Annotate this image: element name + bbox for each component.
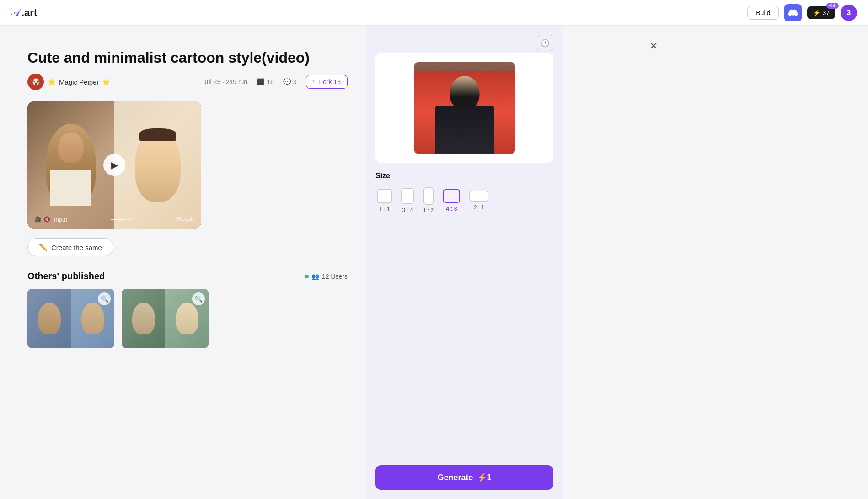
meta-right: Jul 23 · 249 run ⬛ 16 💬 3 ⑂ Fork 13 <box>204 75 348 89</box>
author-info: 🐶 ⭐ Magic Peipei ⭐ <box>27 74 110 90</box>
upload-area[interactable] <box>375 53 553 163</box>
size-box-1-2 <box>423 187 434 205</box>
users-icon: 👥 <box>311 273 319 280</box>
fork-button[interactable]: ⑂ Fork 13 <box>306 75 348 89</box>
preview-labels: 🎥 🔇 Input ——→ Result <box>27 215 201 223</box>
size-option-3-4[interactable]: 3 : 4 <box>399 186 416 215</box>
generate-label: Generate <box>437 473 473 483</box>
credits-badge: +50 <box>826 3 839 9</box>
preview-icons: 🎥 🔇 <box>35 216 50 223</box>
size-option-4-3[interactable]: 4 : 3 <box>441 187 462 214</box>
arrow-icon: ——→ <box>111 215 133 223</box>
bolt-icon: ⚡ <box>813 9 820 16</box>
size-box-2-1 <box>469 191 488 202</box>
author-avatar: 🐶 <box>27 74 44 90</box>
size-box-4-3 <box>443 189 460 203</box>
size-section: Size 1 : 1 3 : 4 1 : 2 <box>375 172 553 216</box>
size-label-2-1: 2 : 1 <box>474 204 484 211</box>
preview-left-side <box>27 101 114 229</box>
preview-input-label: 🎥 🔇 Input <box>35 215 67 223</box>
others-title: Others' published <box>27 271 105 281</box>
preview-right-side <box>114 101 201 229</box>
others-published-section: Others' published 👥 12 Users <box>27 271 348 348</box>
comment-count: 💬 3 <box>283 78 297 85</box>
preview-container: ▶ 🎥 🔇 Input ——→ Result <box>27 101 201 229</box>
discord-button[interactable] <box>784 4 802 21</box>
zoom-button[interactable]: 🔍 <box>98 292 111 305</box>
size-box-3-4 <box>401 188 414 204</box>
logo[interactable]: 𝒜 .art <box>11 7 37 19</box>
online-indicator: 👥 12 Users <box>305 273 348 280</box>
like-count: ⬛ 16 <box>257 78 274 85</box>
user-avatar-button[interactable]: 3 <box>841 5 857 21</box>
audio-icon: 🔇 <box>43 216 50 223</box>
page-title: Cute and minimalist cartoon style(video) <box>27 49 348 66</box>
left-panel: ✕ Cute and minimalist cartoon style(vide… <box>0 26 366 499</box>
size-label: Size <box>375 172 553 180</box>
online-dot <box>305 275 309 278</box>
size-label-1-1: 1 : 1 <box>379 206 390 212</box>
size-option-1-1[interactable]: 1 : 1 <box>375 187 394 214</box>
size-box-1-1 <box>377 189 392 203</box>
date-run: Jul 23 · 249 run <box>204 78 248 85</box>
size-options: 1 : 1 3 : 4 1 : 2 4 : 3 <box>375 186 553 216</box>
size-option-2-1[interactable]: 2 : 1 <box>467 189 490 212</box>
gallery-item[interactable]: 🔍 <box>27 289 114 348</box>
others-header: Others' published 👥 12 Users <box>27 271 348 281</box>
close-button[interactable]: ✕ <box>649 40 658 52</box>
author-emoji-right: ⭐ <box>102 78 110 85</box>
size-label-3-4: 3 : 4 <box>402 207 413 213</box>
gallery-item[interactable]: 🔍 <box>122 289 209 348</box>
build-button[interactable]: Build <box>747 6 779 20</box>
person-silhouette <box>414 62 515 154</box>
size-label-1-2: 1 : 2 <box>423 207 434 214</box>
users-count: 12 Users <box>322 273 348 280</box>
main-content: ✕ Cute and minimalist cartoon style(vide… <box>0 26 868 499</box>
header-right: Build +50 ⚡ 37 3 <box>747 4 857 21</box>
video-icon: 🎥 <box>35 216 42 223</box>
fork-icon: ⑂ <box>313 78 316 85</box>
uploaded-image <box>414 62 515 154</box>
credits-button[interactable]: +50 ⚡ 37 <box>807 6 835 19</box>
size-option-1-2[interactable]: 1 : 2 <box>421 186 435 216</box>
author-row: 🐶 ⭐ Magic Peipei ⭐ Jul 23 · 249 run ⬛ 16… <box>27 74 348 90</box>
size-label-4-3: 4 : 3 <box>446 206 457 212</box>
zoom-button[interactable]: 🔍 <box>192 292 205 305</box>
history-button[interactable]: 🕐 <box>537 35 553 51</box>
logo-text: .art <box>21 7 37 19</box>
header: 𝒜 .art Build +50 ⚡ 37 3 <box>0 0 868 26</box>
credits-count: 37 <box>822 9 830 16</box>
preview-result-label: Result <box>177 215 194 223</box>
gallery-grid: 🔍 🔍 <box>27 289 348 348</box>
play-button[interactable]: ▶ <box>103 154 125 176</box>
right-panel: 🕐 Size <box>366 26 563 499</box>
create-same-icon: ✏️ <box>39 243 48 251</box>
create-same-button[interactable]: ✏️ Create the same <box>27 238 113 256</box>
logo-icon: 𝒜 <box>11 7 20 19</box>
generate-cost: ⚡1 <box>477 472 492 483</box>
generate-button[interactable]: Generate ⚡1 <box>375 465 553 490</box>
author-emoji-left: ⭐ <box>48 78 55 85</box>
author-name: Magic Peipei <box>59 78 98 86</box>
